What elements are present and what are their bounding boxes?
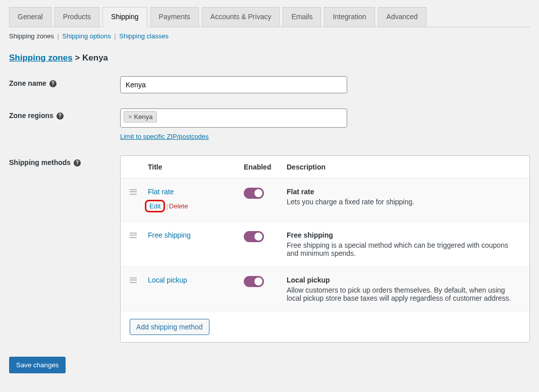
col-enabled: Enabled — [244, 163, 287, 171]
remove-tag-icon[interactable]: × — [128, 113, 132, 121]
separator: | — [165, 202, 169, 210]
save-changes-button[interactable]: Save changes — [9, 357, 66, 373]
zone-name-label-text: Zone name — [9, 79, 46, 87]
row-actions: Edit|Delete — [148, 200, 244, 212]
method-desc-title: Local pickup — [287, 276, 520, 284]
breadcrumb-separator: > — [75, 53, 80, 63]
zone-regions-input[interactable]: × Kenya — [120, 108, 347, 128]
tab-integration[interactable]: Integration — [324, 7, 374, 27]
settings-tabs: General Products Shipping Payments Accou… — [9, 7, 530, 27]
help-icon[interactable]: ? — [49, 80, 57, 87]
method-title-link[interactable]: Free shipping — [148, 231, 191, 239]
tab-shipping[interactable]: Shipping — [102, 7, 147, 27]
edit-link[interactable]: Edit — [149, 202, 160, 210]
breadcrumb-current: Kenya — [82, 53, 108, 63]
region-tag-label: Kenya — [134, 113, 153, 121]
add-shipping-method-button[interactable]: Add shipping method — [130, 319, 209, 335]
delete-link[interactable]: Delete — [169, 202, 188, 210]
region-tag[interactable]: × Kenya — [124, 111, 157, 123]
subtab-shipping-options[interactable]: Shipping options — [63, 32, 111, 40]
shipping-subtabs: Shipping zones | Shipping options | Ship… — [9, 27, 530, 40]
shipping-methods-label: Shipping methods ? — [9, 155, 120, 166]
shipping-methods-label-text: Shipping methods — [9, 158, 71, 166]
limit-zip-link[interactable]: Limit to specific ZIP/postcodes — [120, 133, 209, 140]
method-desc-text: Allow customers to pick up orders themse… — [287, 286, 520, 302]
col-title: Title — [148, 163, 244, 171]
table-header: Title Enabled Description — [121, 156, 529, 179]
enabled-toggle[interactable] — [244, 276, 264, 287]
zone-regions-label: Zone regions ? — [9, 108, 120, 120]
tab-general[interactable]: General — [9, 7, 51, 27]
subtab-shipping-zones[interactable]: Shipping zones — [9, 32, 54, 40]
table-row: Flat rateEdit|DeleteFlat rateLets you ch… — [121, 179, 529, 222]
zone-name-label: Zone name ? — [9, 76, 120, 87]
enabled-toggle[interactable] — [244, 231, 264, 242]
drag-handle-icon[interactable] — [130, 276, 137, 286]
method-desc-title: Free shipping — [287, 231, 520, 239]
subtab-shipping-classes[interactable]: Shipping classes — [119, 32, 169, 40]
breadcrumb-root-link[interactable]: Shipping zones — [9, 53, 73, 63]
method-desc-text: Free shipping is a special method which … — [287, 241, 520, 257]
table-row: Local pickupLocal pickupAllow customers … — [121, 267, 529, 312]
method-title-link[interactable]: Local pickup — [148, 276, 187, 284]
zone-regions-label-text: Zone regions — [9, 111, 53, 120]
method-desc-title: Flat rate — [287, 188, 520, 196]
help-icon[interactable]: ? — [74, 159, 81, 166]
tab-emails[interactable]: Emails — [283, 7, 321, 27]
col-description: Description — [287, 163, 520, 171]
enabled-toggle[interactable] — [244, 188, 264, 199]
separator: | — [56, 32, 61, 40]
help-icon[interactable]: ? — [57, 113, 64, 120]
tab-products[interactable]: Products — [55, 7, 99, 27]
drag-handle-icon[interactable] — [130, 232, 137, 241]
method-desc-text: Lets you charge a fixed rate for shippin… — [287, 198, 520, 206]
drag-handle-icon[interactable] — [130, 188, 137, 197]
tab-payments[interactable]: Payments — [150, 7, 199, 27]
tab-accounts-privacy[interactable]: Accounts & Privacy — [202, 7, 280, 27]
separator: | — [113, 32, 117, 40]
tab-advanced[interactable]: Advanced — [378, 7, 426, 27]
breadcrumb: Shipping zones > Kenya — [9, 53, 530, 63]
method-title-link[interactable]: Flat rate — [148, 188, 174, 196]
zone-name-input[interactable] — [120, 76, 347, 93]
shipping-methods-table: Title Enabled Description Flat rateEdit|… — [120, 155, 530, 343]
table-row: Free shippingFree shippingFree shipping … — [121, 222, 529, 267]
